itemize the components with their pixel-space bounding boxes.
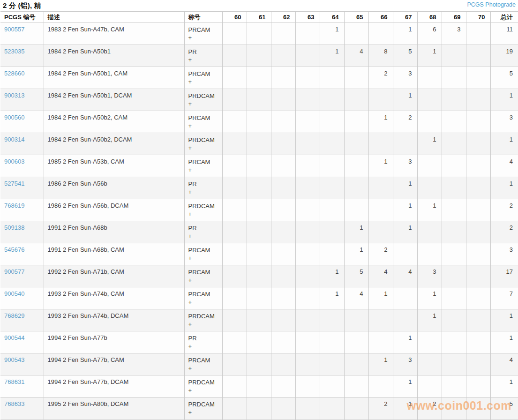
grade-65-cell <box>344 398 368 420</box>
grade-66-cell: 8 <box>368 45 393 67</box>
table-row: 5275411986 2 Fen Sun-A56bPR+11 <box>0 177 518 199</box>
designation-cell: PR+ <box>184 221 222 243</box>
grade-60-cell <box>222 67 247 89</box>
grade-60-cell <box>222 177 247 199</box>
pcgs-number-link[interactable]: 900314 <box>4 136 24 143</box>
grade-67-cell: 1 <box>393 331 417 353</box>
grade-62-cell <box>271 331 295 353</box>
grade-62-cell <box>271 353 295 375</box>
grade-65-cell <box>344 133 368 155</box>
pcgs-number-link[interactable]: 900557 <box>4 26 24 33</box>
grade-69-cell <box>442 221 466 243</box>
description-column-header: 描述 <box>44 12 184 23</box>
pcgs-number-cell: 768631 <box>0 375 44 398</box>
description-cell: 1984 2 Fen Sun-A50b2, CAM <box>44 111 184 133</box>
grade-65-cell <box>344 331 368 353</box>
table-row: 7686191986 2 Fen Sun-A56b, DCAMPRDCAM+11… <box>0 199 518 221</box>
grade-64-cell: 1 <box>320 23 344 45</box>
grade-61-cell <box>247 221 271 243</box>
grade-65-cell <box>344 23 368 45</box>
grade-60-cell <box>222 375 247 398</box>
designation-plus: + <box>188 188 218 196</box>
pcgs-number-link[interactable]: 900577 <box>4 268 24 275</box>
grade-62-cell <box>271 45 295 67</box>
grade-67-cell <box>393 309 417 331</box>
designation-plus: + <box>188 210 218 218</box>
grade-65-cell <box>344 67 368 89</box>
grade-60-cell <box>222 287 247 309</box>
grade-65-cell <box>344 199 368 221</box>
grade-63-cell <box>295 133 320 155</box>
grade-61-cell <box>247 243 271 265</box>
grade-67-cell: 1 <box>393 199 417 221</box>
grade-67-cell: 1 <box>393 221 417 243</box>
grade-63-cell <box>295 265 320 287</box>
description-cell: 1983 2 Fen Sun-A47b, CAM <box>44 23 184 45</box>
designation-label: PRCAM <box>188 70 218 78</box>
pcgs-number-link[interactable]: 768631 <box>4 378 24 385</box>
designation-cell: PRDCAM+ <box>184 133 222 155</box>
total-cell: 3 <box>490 111 518 133</box>
pcgs-number-link[interactable]: 768619 <box>4 202 24 209</box>
pcgs-number-link[interactable]: 509138 <box>4 224 24 231</box>
designation-column-header: 称号 <box>184 12 222 23</box>
grade-60-cell <box>222 221 247 243</box>
grade-column-header-68: 68 <box>417 12 442 23</box>
pcgs-number-link[interactable]: 900544 <box>4 334 24 341</box>
grade-62-cell <box>271 89 295 111</box>
grade-64-cell <box>320 111 344 133</box>
pcgs-number-link[interactable]: 545676 <box>4 246 24 253</box>
designation-cell: PRCAM+ <box>184 67 222 89</box>
pcgs-number-cell: 900314 <box>0 133 44 155</box>
grade-69-cell <box>442 398 466 420</box>
grade-61-cell <box>247 353 271 375</box>
pcgs-number-link[interactable]: 527541 <box>4 180 24 187</box>
total-cell: 17 <box>490 265 518 287</box>
pcgs-number-link[interactable]: 900540 <box>4 290 24 297</box>
grade-column-header-65: 65 <box>344 12 368 23</box>
grade-column-header-66: 66 <box>368 12 393 23</box>
grade-70-cell <box>466 111 490 133</box>
designation-plus: + <box>188 78 218 86</box>
pcgs-number-link[interactable]: 900603 <box>4 158 24 165</box>
grade-68-cell <box>417 89 442 111</box>
pcgs-number-cell: 900543 <box>0 353 44 375</box>
photograde-link[interactable]: PCGS Photograde <box>467 1 516 8</box>
grade-64-cell: 1 <box>320 265 344 287</box>
designation-cell: PRCAM+ <box>184 353 222 375</box>
designation-plus: + <box>188 254 218 262</box>
table-row: 9003131984 2 Fen Sun-A50b1, DCAMPRDCAM+1… <box>0 89 518 111</box>
pcgs-number-link[interactable]: 523035 <box>4 48 24 55</box>
designation-label: PR <box>188 48 218 56</box>
pcgs-number-link[interactable]: 528660 <box>4 70 24 77</box>
grade-64-cell <box>320 375 344 398</box>
pcgs-number-link[interactable]: 768629 <box>4 312 24 319</box>
total-cell: 5 <box>490 67 518 89</box>
grade-64-cell <box>320 177 344 199</box>
total-cell: 1 <box>490 177 518 199</box>
pcgs-number-cell: 900557 <box>0 23 44 45</box>
designation-cell: PRCAM+ <box>184 265 222 287</box>
grade-66-cell <box>368 177 393 199</box>
grade-70-cell <box>466 155 490 177</box>
pcgs-number-link[interactable]: 900543 <box>4 356 24 363</box>
table-row: 5091381991 2 Fen Sun-A68bPR+112 <box>0 221 518 243</box>
grade-62-cell <box>271 309 295 331</box>
grade-60-cell <box>222 353 247 375</box>
pcgs-number-cell: 509138 <box>0 221 44 243</box>
grade-60-cell <box>222 111 247 133</box>
pcgs-number-link[interactable]: 768633 <box>4 400 24 407</box>
grade-65-cell <box>344 89 368 111</box>
pcgs-number-link[interactable]: 900560 <box>4 114 24 121</box>
grade-63-cell <box>295 287 320 309</box>
grade-column-header-64: 64 <box>320 12 344 23</box>
grade-61-cell <box>247 375 271 398</box>
grade-70-cell <box>466 331 490 353</box>
pcgs-number-link[interactable]: 900313 <box>4 92 24 99</box>
table-row: 9006031985 2 Fen Sun-A53b, CAMPRCAM+134 <box>0 155 518 177</box>
pcgs-number-column-header: PCGS 编号 <box>0 12 44 23</box>
designation-label: PRCAM <box>188 26 218 34</box>
grade-66-cell: 2 <box>368 398 393 420</box>
grade-65-cell: 4 <box>344 45 368 67</box>
grade-68-cell <box>417 177 442 199</box>
